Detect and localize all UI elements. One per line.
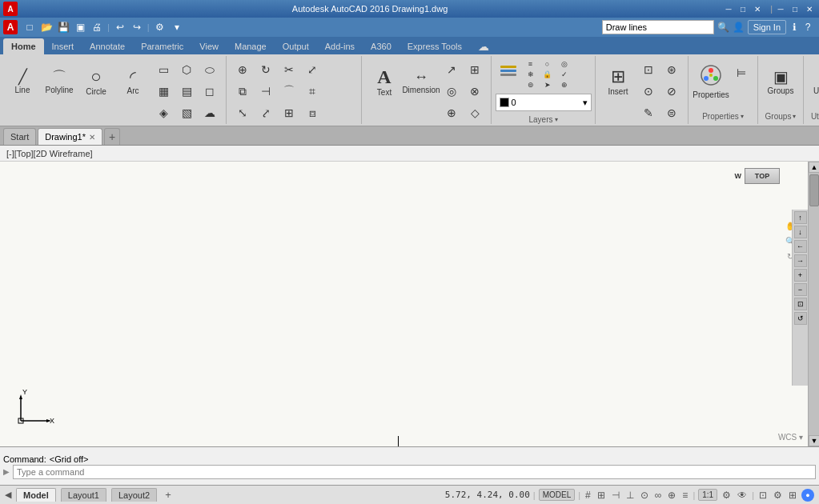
anno-visibility-icon[interactable]: 👁 (736, 489, 749, 502)
properties-group-label[interactable]: Properties ▾ (699, 110, 747, 122)
fullscreen-icon[interactable]: ⊞ (787, 489, 798, 502)
settings-icon[interactable]: ⚙ (772, 489, 784, 502)
nav-down-button[interactable]: ↓ (794, 226, 807, 238)
edit-attr-button[interactable]: ⊘ (660, 81, 683, 102)
make-current-button[interactable]: ✓ (556, 70, 572, 79)
restore-button[interactable]: □ (737, 3, 749, 14)
info-icon[interactable]: ℹ (793, 22, 797, 33)
array-button[interactable]: ⊞ (278, 102, 300, 123)
undo-button[interactable]: ↩ (112, 19, 128, 35)
ellipse-button[interactable]: ⬭ (199, 59, 221, 80)
save-as-button[interactable]: ▣ (72, 19, 88, 35)
freeze-layer-button[interactable]: ❄ (523, 70, 539, 79)
offset-button[interactable]: ⧈ (301, 102, 323, 123)
close-button[interactable]: ✕ (751, 3, 764, 14)
nav-right-button[interactable]: → (794, 254, 807, 267)
nav-left-button[interactable]: ← (794, 240, 807, 253)
revision-cloud-button[interactable]: ☁ (199, 102, 221, 123)
doc-tab-drawing1[interactable]: Drawing1* ✕ (38, 128, 102, 145)
status-circle-icon[interactable]: ● (801, 489, 814, 502)
tab-a360[interactable]: A360 (363, 38, 399, 54)
set-base-button[interactable]: ⊙ (637, 81, 660, 102)
doc-tab-start[interactable]: Start (3, 128, 36, 145)
command-input[interactable] (13, 465, 816, 479)
utilities-group-label[interactable]: Utilities ▾ (808, 110, 819, 122)
define-attr-button[interactable]: ⊛ (660, 59, 683, 80)
circle-button[interactable]: ○ Circle (78, 59, 114, 104)
move-button[interactable]: ⊕ (231, 59, 254, 80)
open-file-button[interactable]: 📂 (38, 19, 54, 35)
utilities-button[interactable]: ≡ Utilities (809, 59, 819, 104)
groups-group-label[interactable]: Groups ▾ (762, 110, 800, 122)
search-input[interactable] (602, 20, 714, 34)
groups-button[interactable]: ▣ Groups (763, 59, 798, 104)
dynamic-input-icon[interactable]: ⊕ (666, 489, 677, 502)
qa-dropdown-button[interactable]: ▾ (169, 19, 185, 35)
extend-button[interactable]: ⤢ (301, 59, 323, 80)
viewcube-w-label[interactable]: W TOP (735, 168, 781, 184)
redo-button[interactable]: ↪ (129, 19, 145, 35)
workspace-button[interactable]: ⚙ (152, 19, 168, 35)
layer-properties-button[interactable] (496, 59, 521, 85)
wcs-dropdown[interactable]: ▾ (799, 433, 803, 442)
nav-fit-button[interactable]: ⊡ (794, 298, 807, 310)
layout-tab-layout2[interactable]: Layout2 (111, 488, 157, 502)
polyline-button[interactable]: ⌒ Polyline (42, 59, 77, 104)
minimize-button-inner[interactable]: ─ (774, 3, 787, 14)
tab-express-tools[interactable]: Express Tools (399, 38, 470, 54)
create-block-button[interactable]: ⊡ (637, 59, 660, 80)
rectangle-button[interactable]: ▭ (152, 59, 175, 80)
isolate-layer-button[interactable]: ◎ (556, 59, 572, 69)
tab-manage[interactable]: Manage (227, 38, 275, 54)
trim-button[interactable]: ✂ (278, 59, 300, 80)
workspace-icon[interactable]: ⊡ (757, 489, 769, 502)
tab-view[interactable]: View (191, 38, 227, 54)
tab-parametric[interactable]: Parametric (133, 38, 191, 54)
scroll-track[interactable] (809, 173, 819, 435)
close-drawing1-button[interactable]: ✕ (89, 133, 95, 142)
new-layout-button[interactable]: + (162, 489, 175, 502)
block-editor-button[interactable]: ✎ (637, 102, 660, 123)
nav-zoom-out-button[interactable]: − (794, 283, 807, 296)
scale-button[interactable]: ⤡ (231, 102, 254, 123)
center-mark-button[interactable]: ⊕ (440, 102, 463, 123)
polar-toggle-icon[interactable]: ⊥ (624, 489, 636, 502)
tab-output[interactable]: Output (275, 38, 317, 54)
sync-attr-button[interactable]: ⊜ (660, 102, 683, 123)
rotate-button[interactable]: ↻ (255, 59, 277, 80)
nav-up-button[interactable]: ↑ (794, 211, 807, 224)
layout-left-arrow[interactable]: ◀ (5, 490, 11, 500)
new-file-button[interactable]: □ (22, 19, 38, 35)
hatch-button[interactable]: ▦ (152, 81, 175, 102)
layout-tab-layout1[interactable]: Layout1 (61, 488, 106, 502)
osnap-toggle-icon[interactable]: ⊙ (639, 489, 650, 502)
scroll-up-button[interactable]: ▲ (809, 162, 819, 173)
chamfer-button[interactable]: ⌗ (301, 81, 323, 102)
stretch-button[interactable]: ⤤ (255, 102, 277, 123)
save-button[interactable]: 💾 (55, 19, 71, 35)
snap-toggle-icon[interactable]: ⊞ (596, 489, 607, 502)
layer-dropdown[interactable]: 0 ▾ (496, 94, 592, 111)
fillet-button[interactable]: ⌒ (278, 81, 300, 102)
canvas-area[interactable]: W TOP WCS ▾ ✋ 🔍 ↻ ↑ ↓ ← → + − ⊡ ↺ (0, 162, 808, 446)
help-button[interactable]: ? (800, 19, 816, 35)
dimension-button[interactable]: ↔ Dimension (403, 59, 439, 104)
copy-button[interactable]: ⧉ (231, 81, 254, 102)
polygon-button[interactable]: ⬡ (175, 59, 198, 80)
nav-zoom-in-button[interactable]: + (794, 269, 807, 282)
walk-layer-button[interactable]: ➤ (540, 80, 556, 90)
tab-addins[interactable]: Add-ins (317, 38, 363, 54)
close-button-inner[interactable]: ✕ (803, 3, 816, 14)
revision-button[interactable]: ◇ (464, 102, 486, 123)
match-properties-button[interactable]: ⊨ (730, 62, 753, 83)
nav-orbit-button[interactable]: ↺ (794, 312, 807, 325)
scroll-down-button[interactable]: ▼ (809, 435, 819, 446)
tab-annotate[interactable]: Annotate (82, 38, 133, 54)
otrack-toggle-icon[interactable]: ∞ (653, 489, 664, 502)
scroll-thumb[interactable] (809, 174, 819, 206)
ortho-toggle-icon[interactable]: ⊣ (610, 489, 621, 502)
vertical-scrollbar[interactable]: ▲ ▼ (808, 162, 819, 446)
minimize-button[interactable]: ─ (722, 3, 735, 14)
tab-insert[interactable]: Insert (44, 38, 82, 54)
line-button[interactable]: ╱ Line (5, 59, 40, 104)
